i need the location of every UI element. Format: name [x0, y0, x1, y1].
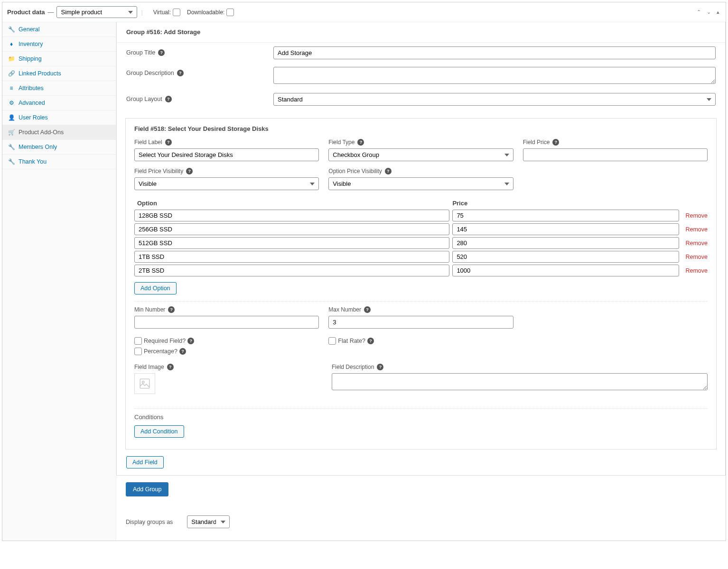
sidebar-item-general[interactable]: 🔧General [2, 22, 116, 37]
help-icon[interactable]: ? [165, 96, 172, 102]
option-name-input[interactable] [134, 265, 449, 276]
flat-rate-checkbox[interactable] [328, 337, 336, 345]
sidebar-item-advanced[interactable]: ⚙Advanced [2, 96, 116, 110]
field-price-input[interactable] [523, 148, 708, 161]
sidebar-icon: 🛒 [8, 129, 15, 136]
option-price-input[interactable] [452, 265, 679, 276]
sidebar-icon: 🔧 [8, 144, 15, 150]
help-icon[interactable]: ? [177, 70, 184, 76]
sidebar-item-linked-products[interactable]: 🔗Linked Products [2, 66, 116, 81]
sidebar-icon: 👤 [8, 114, 15, 121]
option-price-input[interactable] [452, 223, 679, 235]
help-icon[interactable]: ? [167, 364, 174, 370]
help-icon[interactable]: ? [186, 168, 193, 174]
remove-option-link[interactable]: Remove [682, 267, 708, 274]
caret-up-icon[interactable]: ▴ [715, 8, 721, 16]
group-box: Group #516: Add Storage Group Title? Gro… [116, 22, 726, 476]
help-icon[interactable]: ? [385, 168, 392, 174]
sidebar-icon: 🔗 [8, 70, 15, 77]
sidebar-icon: ♦ [8, 41, 15, 47]
sidebar-icon: 🔧 [8, 26, 15, 33]
sidebar-icon: 📁 [8, 55, 15, 62]
sidebar: 🔧General♦Inventory📁Shipping🔗Linked Produ… [2, 22, 116, 541]
svg-point-1 [142, 381, 144, 383]
group-title-input[interactable] [273, 46, 716, 59]
help-icon[interactable]: ? [377, 364, 383, 370]
downloadable-checkbox-wrap: Downloadable: [187, 9, 234, 16]
option-row: Remove [134, 223, 708, 235]
product-type-select[interactable]: Simple product [56, 6, 137, 18]
percentage-checkbox[interactable] [134, 348, 142, 355]
sidebar-icon: ⚙ [8, 100, 15, 106]
chevron-up-icon[interactable]: ⌃ [695, 8, 702, 16]
sidebar-item-product-add-ons[interactable]: 🛒Product Add-Ons [2, 125, 116, 139]
option-row: Remove [134, 265, 708, 276]
help-icon[interactable]: ? [552, 139, 559, 146]
remove-option-link[interactable]: Remove [682, 254, 708, 260]
remove-option-link[interactable]: Remove [682, 226, 708, 233]
sidebar-icon: 🔧 [8, 158, 15, 165]
display-groups-label: Display groups as [126, 519, 173, 525]
sidebar-item-attributes[interactable]: ≡Attributes [2, 81, 116, 95]
add-condition-button[interactable]: Add Condition [134, 425, 184, 438]
sidebar-item-shipping[interactable]: 📁Shipping [2, 52, 116, 66]
sidebar-icon: ≡ [8, 85, 15, 92]
add-field-button[interactable]: Add Field [126, 456, 164, 468]
option-price-input[interactable] [452, 237, 679, 249]
panel-title: Product data [7, 9, 45, 16]
option-price-input[interactable] [452, 210, 679, 221]
help-icon[interactable]: ? [168, 306, 175, 313]
option-name-input[interactable] [134, 223, 449, 235]
downloadable-checkbox[interactable] [226, 9, 234, 16]
group-layout-select[interactable]: Standard [273, 93, 716, 106]
field-box: Field #518: Select Your Desired Storage … [125, 118, 717, 450]
option-name-input[interactable] [134, 237, 449, 249]
field-type-select[interactable]: Checkbox Group [328, 148, 513, 161]
option-row: Remove [134, 237, 708, 249]
sidebar-item-members-only[interactable]: 🔧Members Only [2, 140, 116, 154]
help-icon[interactable]: ? [367, 338, 374, 344]
option-price-input[interactable] [452, 251, 679, 263]
virtual-checkbox[interactable] [173, 9, 180, 16]
remove-option-link[interactable]: Remove [682, 240, 708, 247]
add-option-button[interactable]: Add Option [134, 282, 177, 294]
panel-header: Product data — Simple product | Virtual:… [2, 2, 726, 22]
help-icon[interactable]: ? [179, 348, 186, 355]
option-name-input[interactable] [134, 251, 449, 263]
display-groups-select[interactable]: Standard [187, 515, 230, 528]
option-name-input[interactable] [134, 210, 449, 221]
help-icon[interactable]: ? [357, 139, 364, 146]
product-data-panel: Product data — Simple product | Virtual:… [2, 2, 726, 541]
option-price-visibility-select[interactable]: Visible [328, 177, 513, 190]
sidebar-item-user-roles[interactable]: 👤User Roles [2, 110, 116, 125]
field-description-input[interactable] [332, 373, 708, 390]
add-group-button[interactable]: Add Group [126, 482, 168, 496]
field-label-input[interactable] [134, 148, 319, 161]
chevron-down-icon[interactable]: ⌄ [705, 8, 712, 16]
group-header: Group #516: Add Storage [117, 22, 725, 43]
svg-rect-0 [140, 379, 149, 388]
sidebar-item-inventory[interactable]: ♦Inventory [2, 37, 116, 51]
option-row: Remove [134, 210, 708, 221]
virtual-checkbox-wrap: Virtual: [153, 9, 180, 16]
help-icon[interactable]: ? [165, 139, 172, 146]
max-number-input[interactable] [328, 316, 513, 329]
sidebar-item-thank-you[interactable]: 🔧Thank You [2, 155, 116, 169]
option-row: Remove [134, 251, 708, 263]
main-content: Group #516: Add Storage Group Title? Gro… [116, 22, 726, 541]
required-field-checkbox[interactable] [134, 337, 142, 345]
min-number-input[interactable] [134, 316, 319, 329]
group-description-input[interactable] [273, 67, 716, 84]
field-price-visibility-select[interactable]: Visible [134, 177, 319, 190]
help-icon[interactable]: ? [187, 338, 194, 344]
remove-option-link[interactable]: Remove [682, 212, 708, 219]
help-icon[interactable]: ? [158, 49, 165, 56]
field-image-placeholder[interactable] [134, 373, 155, 394]
field-header: Field #518: Select Your Desired Storage … [134, 125, 708, 132]
help-icon[interactable]: ? [364, 306, 371, 313]
